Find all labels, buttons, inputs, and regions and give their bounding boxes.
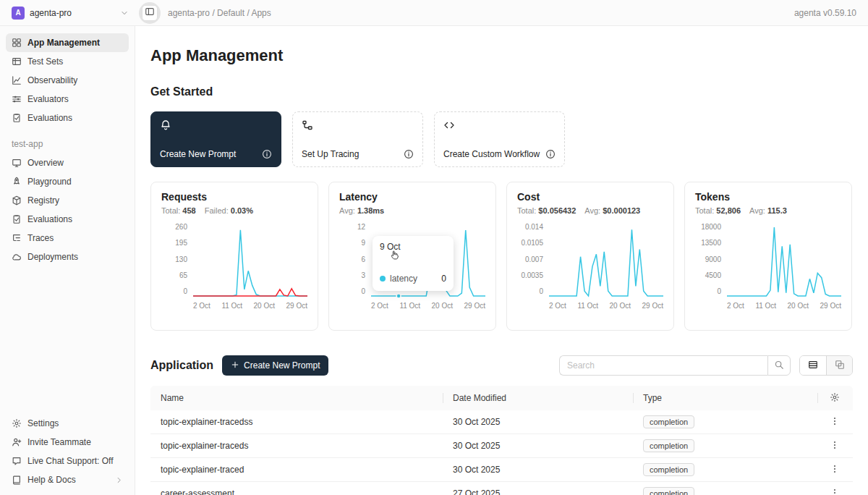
sidebar-item-evaluators[interactable]: Evaluators: [6, 90, 129, 109]
chart-line-icon: [12, 75, 22, 85]
application-title: Application: [150, 359, 213, 372]
row-actions-button[interactable]: [827, 461, 843, 479]
get-started-card-create-custom-workflow[interactable]: Create Custom Workflow: [434, 111, 565, 167]
sidebar-item-help-docs[interactable]: Help & Docs: [6, 470, 129, 489]
sidebar-item-live-chat-support-off[interactable]: Live Chat Support: Off: [6, 452, 129, 470]
search-input[interactable]: [559, 355, 767, 376]
app-version: agenta v0.59.10: [794, 8, 856, 18]
y-tick: 13500: [701, 239, 721, 247]
date-modified-cell: 30 Oct 2025: [443, 441, 633, 451]
info-icon[interactable]: [545, 149, 556, 159]
sidebar-item-traces[interactable]: Traces: [6, 229, 129, 248]
breadcrumb[interactable]: agenta-pro / Default / Apps: [168, 8, 271, 18]
y-tick: 18000: [701, 223, 721, 231]
date-modified-cell: 30 Oct 2025: [443, 417, 633, 427]
sidebar-item-evaluations[interactable]: Evaluations: [6, 210, 129, 229]
app-name-cell[interactable]: career-assessment: [150, 488, 443, 495]
gear-icon: [830, 392, 840, 405]
sidebar-item-observability[interactable]: Observability: [6, 71, 129, 90]
x-tick: 29 Oct: [642, 302, 663, 310]
table-view-icon: [808, 360, 818, 372]
y-tick: 0: [717, 287, 721, 295]
x-tick: 11 Oct: [755, 302, 776, 310]
sidebar-main-nav: App ManagementTest SetsObservabilityEval…: [6, 33, 129, 127]
table-row[interactable]: topic-explainer-tracedss30 Oct 2025compl…: [150, 410, 853, 434]
workspace-selector[interactable]: A agenta-pro: [12, 7, 129, 20]
sidebar-item-invite-teammate[interactable]: Invite Teammate: [6, 433, 129, 452]
y-tick: 0.007: [525, 255, 543, 263]
date-modified-cell: 27 Oct 2025: [443, 488, 633, 495]
app-name-cell[interactable]: topic-explainer-traced: [150, 465, 443, 475]
row-actions-button[interactable]: [827, 413, 843, 431]
get-started-title: Get Started: [150, 85, 853, 98]
sidebar-item-overview[interactable]: Overview: [6, 153, 129, 172]
date-modified-cell: 30 Oct 2025: [443, 465, 633, 475]
x-tick: 20 Oct: [254, 302, 275, 310]
chart-requests[interactable]: [193, 225, 307, 297]
chat-icon: [12, 456, 22, 466]
table-row[interactable]: career-assessment27 Oct 2025completion: [150, 482, 853, 495]
y-tick: 0.014: [525, 223, 543, 231]
sidebar-item-playground[interactable]: Playground: [6, 172, 129, 191]
sidebar-item-settings[interactable]: Settings: [6, 414, 129, 433]
sidebar-toggle-button[interactable]: [139, 2, 161, 24]
info-icon[interactable]: [262, 149, 272, 159]
code-icon: [443, 119, 556, 131]
bell-icon: [160, 119, 272, 131]
info-icon[interactable]: [404, 149, 414, 159]
sidebar-item-deployments[interactable]: Deployments: [6, 248, 129, 266]
monitor-icon: [12, 158, 22, 168]
table-row[interactable]: topic-explainer-traced30 Oct 2025complet…: [150, 458, 853, 482]
column-header-date-modified[interactable]: Date Modified: [443, 386, 633, 410]
metric-stats: Avg: 1.38ms: [339, 206, 485, 215]
get-started-card-set-up-tracing[interactable]: Set Up Tracing: [292, 111, 423, 167]
chart-cost[interactable]: [549, 225, 663, 297]
dots-icon: [830, 416, 840, 428]
workspace-name: agenta-pro: [30, 8, 72, 18]
row-actions-button[interactable]: [827, 485, 843, 495]
y-tick: 0.0105: [521, 239, 543, 247]
sidebar-item-app-management[interactable]: App Management: [6, 33, 129, 52]
column-header-type[interactable]: Type: [633, 386, 817, 410]
sidebar-bottom-nav: SettingsInvite TeammateLive Chat Support…: [6, 414, 129, 489]
column-header-name[interactable]: Name: [150, 386, 443, 410]
chart-tokens[interactable]: [727, 225, 841, 297]
type-tag: completion: [643, 487, 694, 495]
x-tick: 29 Oct: [464, 302, 485, 310]
y-tick: 12: [357, 223, 365, 231]
clipboard-check-icon: [12, 214, 22, 224]
get-started-card-create-new-prompt[interactable]: Create New Prompt: [150, 111, 281, 167]
sidebar-item-registry[interactable]: Registry: [6, 191, 129, 210]
create-new-prompt-button[interactable]: Create New Prompt: [222, 355, 328, 376]
table-settings-button[interactable]: [817, 386, 852, 410]
y-tick: 0: [539, 287, 543, 295]
dots-icon: [830, 440, 840, 452]
x-tick: 20 Oct: [432, 302, 453, 310]
table-view-button[interactable]: [800, 356, 826, 375]
y-tick: 6: [361, 255, 365, 263]
card-view-icon: [835, 360, 845, 372]
chart-x-axis: 2 Oct11 Oct20 Oct29 Oct: [193, 302, 307, 310]
search-button[interactable]: [767, 355, 791, 376]
chevron-right-icon: [115, 476, 123, 484]
sidebar-item-evaluations[interactable]: Evaluations: [6, 109, 129, 127]
y-tick: 130: [175, 255, 187, 263]
card-view-button[interactable]: [826, 356, 852, 375]
sidebar-item-test-sets[interactable]: Test Sets: [6, 52, 129, 71]
search-group: [559, 355, 791, 376]
x-tick: 11 Oct: [221, 302, 242, 310]
x-tick: 20 Oct: [610, 302, 631, 310]
cloud-icon: [12, 252, 22, 262]
y-tick: 0: [183, 287, 187, 295]
row-actions-button[interactable]: [827, 437, 843, 455]
y-tick: 195: [175, 239, 187, 247]
app-name-cell[interactable]: topic-explainer-traceds: [150, 441, 443, 451]
flow-icon: [302, 119, 414, 131]
metric-stats: Total: 458Failed: 0.03%: [161, 206, 307, 215]
x-tick: 20 Oct: [788, 302, 809, 310]
metric-title: Tokens: [695, 191, 841, 203]
package-icon: [12, 195, 22, 206]
app-name-cell[interactable]: topic-explainer-tracedss: [150, 417, 443, 427]
metric-stats: Total: $0.056432Avg: $0.000123: [517, 206, 663, 215]
table-row[interactable]: topic-explainer-traceds30 Oct 2025comple…: [150, 434, 853, 458]
